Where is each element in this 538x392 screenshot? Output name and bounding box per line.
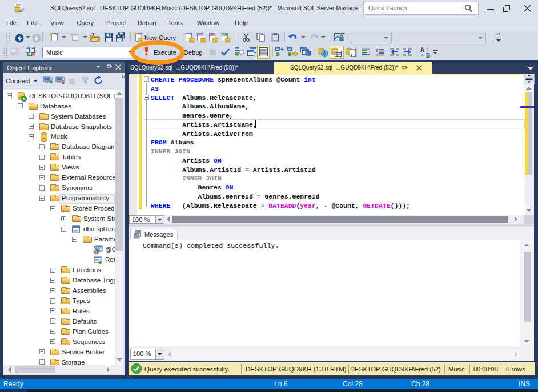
svg-text:XML: XML — [222, 33, 228, 37]
svg-text:DMX: DMX — [209, 33, 216, 37]
svg-text:@: @ — [94, 249, 99, 254]
svg-text:MDX: MDX — [197, 33, 204, 37]
svg-text:B: B — [426, 52, 430, 58]
svg-text:A: A — [420, 47, 424, 53]
svg-text:?: ? — [375, 47, 379, 53]
